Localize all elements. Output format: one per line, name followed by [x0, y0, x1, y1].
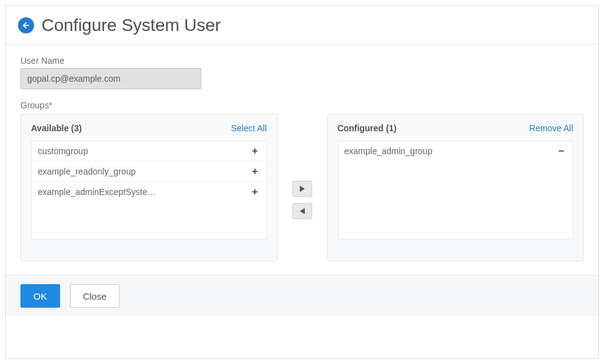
- list-item[interactable]: customgroup +: [32, 141, 266, 162]
- username-label: User Name: [20, 56, 584, 66]
- dialog-footer: OK Close: [6, 275, 598, 316]
- minus-icon: −: [556, 145, 566, 157]
- available-panel: Available (3) Select All customgroup + e…: [20, 114, 278, 261]
- configured-header: Configured (1) Remove All: [338, 123, 574, 133]
- plus-icon: +: [250, 166, 260, 177]
- close-button[interactable]: Close: [70, 284, 120, 308]
- configured-panel: Configured (1) Remove All example_admin_…: [327, 114, 584, 261]
- back-button[interactable]: [18, 17, 34, 33]
- form-panel: User Name Groups* Available (3) Select A…: [6, 44, 598, 316]
- caret-left-icon: [300, 208, 305, 214]
- dual-list: Available (3) Select All customgroup + e…: [20, 114, 584, 261]
- page-container: Configure System User User Name Groups* …: [5, 5, 599, 359]
- list-item[interactable]: example_admin_group −: [338, 141, 573, 161]
- svg-marker-1: [300, 186, 305, 192]
- available-list: customgroup + example_readonly_group + e…: [31, 141, 267, 240]
- page-title: Configure System User: [42, 15, 221, 35]
- move-right-button[interactable]: [292, 181, 312, 197]
- move-left-button[interactable]: [292, 203, 312, 219]
- remove-all-link[interactable]: Remove All: [529, 123, 573, 133]
- available-header: Available (3) Select All: [31, 123, 267, 133]
- groups-label: Groups*: [20, 100, 584, 110]
- list-item-label: example_readonly_group: [38, 167, 136, 176]
- list-item[interactable]: example_readonly_group +: [32, 162, 266, 182]
- list-item-label: example_adminExceptSyste…: [38, 187, 156, 197]
- list-item[interactable]: example_adminExceptSyste… +: [32, 182, 266, 202]
- plus-icon: +: [250, 145, 260, 157]
- available-title: Available (3): [31, 123, 82, 133]
- list-item-label: customgroup: [38, 146, 88, 156]
- plus-icon: +: [250, 186, 260, 197]
- page-header: Configure System User: [6, 6, 598, 44]
- svg-marker-2: [300, 208, 305, 214]
- list-item-label: example_admin_group: [344, 146, 432, 156]
- configured-list: example_admin_group −: [338, 141, 574, 240]
- ok-button[interactable]: OK: [20, 284, 60, 308]
- configured-title: Configured (1): [338, 123, 397, 133]
- transfer-controls: [278, 114, 327, 261]
- select-all-link[interactable]: Select All: [231, 123, 267, 133]
- caret-right-icon: [300, 186, 305, 192]
- arrow-left-icon: [22, 21, 30, 30]
- username-field: [20, 68, 201, 89]
